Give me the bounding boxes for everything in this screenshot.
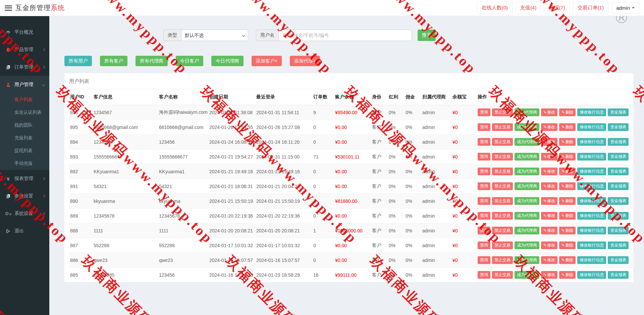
disable-button[interactable]: 禁用 [478,153,490,161]
sidebar-item-realname-auth-list[interactable]: 实名认证列表 [0,106,49,119]
fund-report-button[interactable]: 资金报表 [608,182,629,190]
edit-button[interactable]: ✎修改 [541,138,557,146]
delete-button[interactable]: ✎删除 [559,153,576,161]
edit-button[interactable]: ✎修改 [541,197,557,205]
username-input[interactable] [278,30,412,41]
fund-report-button[interactable]: 资金报表 [608,227,629,234]
become-agent-button[interactable]: 成为代理商 [515,197,539,205]
sidebar-item-withdraw-list[interactable]: 提现列表 [0,144,49,157]
forbid-trade-button[interactable]: 禁止交易 [492,108,513,116]
disable-button[interactable]: 禁用 [478,108,490,116]
forbid-trade-button[interactable]: 禁止交易 [492,241,513,249]
forbid-trade-button[interactable]: 禁止交易 [492,256,513,264]
sidebar-item-my-team[interactable]: 我的团队 [0,119,49,132]
edit-bank-info-button[interactable]: 修改银行信息 [577,227,606,234]
edit-bank-info-button[interactable]: 修改银行信息 [577,168,606,175]
edit-button[interactable]: ✎修改 [541,108,557,116]
disable-button[interactable]: 禁用 [478,138,490,146]
become-agent-button[interactable]: 成为代理商 [515,241,539,249]
edit-bank-info-button[interactable]: 修改银行信息 [577,123,606,131]
type-select[interactable]: 默认不选 [181,30,248,41]
withdraw-count[interactable]: 提现(7) [544,2,570,14]
edit-button[interactable]: ✎修改 [541,271,557,279]
sidebar-item-system-settings[interactable]: ⚙⚙系统设置 [0,205,49,222]
edit-button[interactable]: ✎修改 [541,256,557,264]
delete-button[interactable]: ✎删除 [559,182,576,190]
become-agent-button[interactable]: 成为代理商 [515,138,539,146]
delete-button[interactable]: ✎删除 [559,123,576,131]
forbid-trade-button[interactable]: 禁止交易 [492,197,513,205]
edit-button[interactable]: ✎修改 [541,182,557,190]
become-agent-button[interactable]: 成为代理商 [515,153,539,161]
become-agent-button[interactable]: 成为代理商 [515,271,539,279]
fund-report-button[interactable]: 资金报表 [608,256,629,264]
fund-report-button[interactable]: 资金报表 [608,108,629,116]
admin-menu[interactable]: admin [611,2,639,14]
today-agents-button[interactable]: 今日代理商 [211,56,244,66]
forbid-trade-button[interactable]: 禁止交易 [492,271,513,279]
edit-bank-info-button[interactable]: 修改银行信息 [577,108,606,116]
forbid-trade-button[interactable]: 禁止交易 [492,168,513,175]
become-agent-button[interactable]: 成为代理商 [515,227,539,234]
delete-button[interactable]: ✎删除 [559,168,576,175]
disable-button[interactable]: 禁用 [478,168,490,175]
sidebar-item-report-management[interactable]: ¥报表管理 [0,170,49,187]
delete-button[interactable]: ✎删除 [559,271,576,279]
recharge-count[interactable]: 充值(4) [516,2,541,14]
delete-button[interactable]: ✎删除 [559,227,576,234]
edit-bank-info-button[interactable]: 修改银行信息 [577,197,606,205]
search-button[interactable]: 搜索 [418,30,436,41]
fund-report-button[interactable]: 资金报表 [608,271,629,279]
edit-button[interactable]: ✎修改 [541,241,557,249]
edit-button[interactable]: ✎修改 [541,212,557,220]
disable-button[interactable]: 禁用 [478,123,490,131]
disable-button[interactable]: 禁用 [478,212,490,220]
edit-button[interactable]: ✎修改 [541,168,557,175]
become-agent-button[interactable]: 成为代理商 [515,256,539,264]
delete-button[interactable]: ✎删除 [559,197,576,205]
fund-report-button[interactable]: 资金报表 [608,197,629,205]
sidebar-item-user-management[interactable]: 用户管理 [0,76,49,93]
edit-button[interactable]: ✎修改 [541,153,557,161]
edit-bank-info-button[interactable]: 修改银行信息 [577,256,606,264]
become-agent-button[interactable]: 成为代理商 [515,168,539,175]
forbid-trade-button[interactable]: 禁止交易 [492,182,513,190]
sidebar-item-product-management[interactable]: ฿产品管理 [0,41,49,58]
forbid-trade-button[interactable]: 禁止交易 [492,138,513,146]
fund-report-button[interactable]: 资金报表 [608,241,629,249]
fund-report-button[interactable]: 资金报表 [608,212,629,220]
sidebar-item-customer-list[interactable]: 客户列表 [0,93,49,106]
become-agent-button[interactable]: 成为代理商 [515,123,539,131]
edit-bank-info-button[interactable]: 修改银行信息 [577,271,606,279]
sidebar-item-manual-recharge[interactable]: 手动充值 [0,157,49,170]
sidebar-item-logout[interactable]: 退出 [0,222,49,240]
forbid-trade-button[interactable]: 禁止交易 [492,123,513,131]
forbid-trade-button[interactable]: 禁止交易 [492,212,513,220]
delete-button[interactable]: ✎删除 [559,241,576,249]
hamburger-menu-icon[interactable] [5,5,12,11]
forbid-trade-button[interactable]: 禁止交易 [492,227,513,234]
disable-button[interactable]: 禁用 [478,256,490,264]
edit-bank-info-button[interactable]: 修改银行信息 [577,138,606,146]
edit-button[interactable]: ✎修改 [541,227,557,234]
become-agent-button[interactable]: 成为代理商 [515,182,539,190]
disable-button[interactable]: 禁用 [478,227,490,234]
delete-button[interactable]: ✎删除 [559,138,576,146]
become-agent-button[interactable]: 成为代理商 [515,108,539,116]
add-agent-button[interactable]: 添加代理+ [290,56,320,66]
fund-report-button[interactable]: 资金报表 [608,153,629,161]
delete-button[interactable]: ✎删除 [559,256,576,264]
disable-button[interactable]: 禁用 [478,241,490,249]
all-agents-button[interactable]: 所有代理商 [136,56,168,66]
online-count[interactable]: 在线人数(0) [477,2,513,14]
all-users-button[interactable]: 所有用户 [64,56,92,66]
delete-button[interactable]: ✎删除 [559,212,576,220]
sidebar-item-order-management[interactable]: 订单管理 [0,58,49,76]
sidebar-item-recharge-list[interactable]: 充值列表 [0,132,49,144]
fund-report-button[interactable]: 资金报表 [608,168,629,175]
disable-button[interactable]: 禁用 [478,271,490,279]
sidebar-item-platform-overview[interactable]: 平台概况 [0,24,49,41]
forbid-trade-button[interactable]: 禁止交易 [492,153,513,161]
fund-report-button[interactable]: 资金报表 [608,123,629,131]
edit-bank-info-button[interactable]: 修改银行信息 [577,241,606,249]
